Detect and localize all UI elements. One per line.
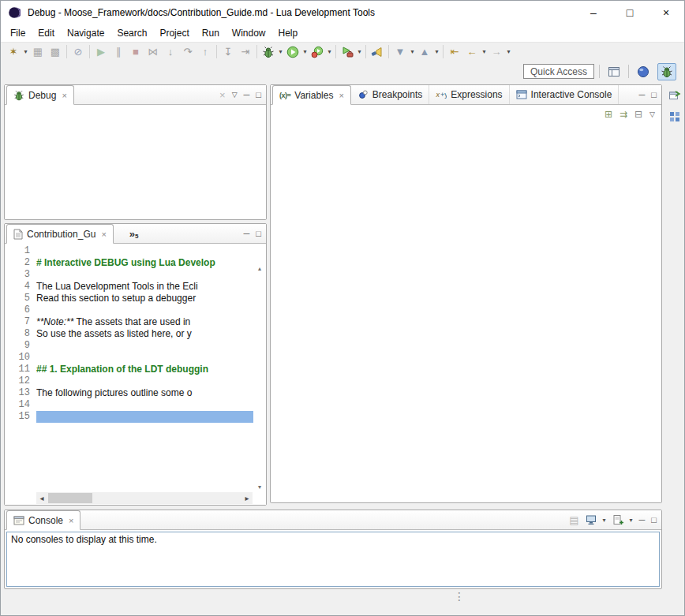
editor-lines[interactable]: 12# Interactive DEBUG using Lua Develop3… [5,245,253,491]
pin-console-icon[interactable]: ▤ [569,514,578,526]
line-number[interactable]: 4 [5,281,36,293]
editor-overflow-chevron[interactable]: »5 [125,224,144,243]
minimize-view-icon[interactable]: ─ [639,90,646,99]
scroll-right-icon[interactable]: ▸ [241,492,253,504]
editor-line[interactable]: 3 [5,269,253,281]
editor-line[interactable]: 10 [5,352,253,364]
menu-help[interactable]: Help [272,26,305,40]
maximize-view-icon[interactable]: □ [256,229,261,238]
editor-line[interactable]: 12 [5,375,253,387]
toolbar-external-tools-button[interactable] [339,43,356,61]
minimize-window-button[interactable]: – [575,1,612,24]
editor-line[interactable]: 4The Lua Development Tools in the Ecli [5,281,253,293]
close-tab-icon[interactable]: × [101,230,106,239]
minimize-view-icon[interactable]: ─ [244,90,250,99]
tab-interactive-console[interactable]: Interactive Console [510,85,619,104]
toolbar-drop-to-frame-button[interactable]: ↧ [219,43,237,61]
menu-file[interactable]: File [4,26,32,40]
maximize-view-icon[interactable]: □ [651,90,657,99]
menu-window[interactable]: Window [226,26,272,40]
scroll-down-icon[interactable]: ▾ [258,483,261,491]
toolbar-back-dropdown[interactable]: ▾ [481,48,488,55]
toolbar-terminate-button[interactable]: ■ [127,43,144,61]
collapse-all-icon[interactable]: ⊟ [634,109,642,120]
toolbar-disconnect-button[interactable]: ⋈ [144,43,162,61]
editor-line[interactable]: 8So use the assets as listed here, or y [5,328,253,340]
toolbar-debug-button[interactable] [260,43,277,61]
toolbar-forward-button[interactable]: → [488,43,505,61]
debug-perspective-button[interactable] [657,63,676,80]
view-menu-icon[interactable]: ▽ [649,110,655,118]
toolbar-back-button[interactable]: ← [463,43,481,61]
show-logical-structures-icon[interactable]: ⇉ [619,109,627,120]
view-menu-icon[interactable]: ▽ [232,91,238,99]
open-console-dropdown-icon[interactable]: ▾ [630,517,633,524]
line-number[interactable]: 14 [5,399,36,411]
editor-line[interactable]: 13The following pictures outline some o [5,387,253,399]
close-window-button[interactable]: × [648,1,684,24]
editor-vertical-scrollbar[interactable]: ▴ ▾ [254,265,265,491]
toolbar-next-annotation-dropdown[interactable]: ▾ [409,48,416,55]
open-perspective-button[interactable] [605,63,623,80]
menu-run[interactable]: Run [196,26,226,40]
tab-breakpoints[interactable]: Breakpoints [351,85,429,104]
display-console-dropdown-icon[interactable]: ▾ [603,517,606,524]
scrollbar-thumb[interactable] [48,493,92,503]
window-sash-handle[interactable]: ⋮ [454,591,465,602]
line-number[interactable]: 11 [5,364,36,375]
editor-line[interactable]: 5Read this section to setup a debugger [5,293,253,304]
toolbar-previous-annotation-button[interactable]: ▲ [416,43,433,61]
toolbar-next-annotation-button[interactable]: ▼ [391,43,409,61]
ldt-perspective-button[interactable] [634,63,653,80]
minimize-view-icon[interactable]: ─ [244,229,250,238]
restore-view-stack-button[interactable] [667,88,683,103]
maximize-window-button[interactable]: □ [612,1,648,24]
line-number[interactable]: 6 [5,304,36,316]
toolbar-step-into-button[interactable]: ↓ [162,43,179,61]
maximize-view-icon[interactable]: □ [651,515,657,525]
toolbar-forward-dropdown[interactable]: ▾ [505,48,512,55]
close-tab-icon[interactable]: × [339,91,343,100]
line-number[interactable]: 7 [5,316,36,328]
line-number[interactable]: 15 [5,411,36,423]
line-number[interactable]: 9 [5,340,36,352]
close-tab-icon[interactable]: × [62,91,66,100]
toolbar-debug-dropdown[interactable]: ▾ [277,48,284,55]
toolbar-save-all-button[interactable]: ▩ [47,43,64,61]
line-number[interactable]: 1 [5,245,36,257]
editor-line[interactable]: 7**Note:** The assets that are used in [5,316,253,328]
menu-project[interactable]: Project [153,26,195,40]
toolbar-use-step-filters-button[interactable]: ⇥ [237,43,254,61]
minimized-view-button[interactable] [667,109,683,125]
tab-console[interactable]: Console × [6,510,80,530]
toolbar-coverage-dropdown[interactable]: ▾ [326,48,333,55]
close-tab-icon[interactable]: × [69,516,73,525]
toolbar-step-return-button[interactable]: ↑ [197,43,214,61]
toolbar-run-button[interactable] [284,43,301,61]
remove-all-terminated-button[interactable]: × [219,89,226,101]
menu-edit[interactable]: Edit [32,26,61,40]
scroll-up-icon[interactable]: ▴ [258,265,261,272]
tab-contribution-guide[interactable]: Contribution_Gu × [6,224,114,244]
toolbar-new-dropdown[interactable]: ▾ [22,48,29,55]
tab-variables[interactable]: (x)= Variables × [272,85,351,105]
line-number[interactable]: 5 [5,293,36,304]
editor-line[interactable]: 14 [5,399,253,411]
toolbar-run-dropdown[interactable]: ▾ [301,48,309,55]
toolbar-skip-all-breakpoints-button[interactable]: ⊘ [69,43,87,61]
show-type-names-icon[interactable]: ⊞ [605,109,612,120]
line-number[interactable]: 10 [5,352,36,364]
line-number[interactable]: 12 [5,375,36,387]
editor-line[interactable]: 2# Interactive DEBUG using Lua Develop [5,257,253,269]
scroll-left-icon[interactable]: ◂ [36,492,47,504]
toolbar-save-button[interactable]: ▦ [29,43,47,61]
editor-line[interactable]: 9 [5,340,253,352]
editor-line[interactable]: 11## 1. Explanation of the LDT debuggin [5,364,253,375]
tab-expressions[interactable]: x+y Expressions [429,85,509,104]
editor-line[interactable]: 15 [5,411,253,423]
line-number[interactable]: 13 [5,387,36,399]
toolbar-new-button[interactable]: ✶ [5,43,22,61]
menu-navigate[interactable]: Navigate [61,26,110,40]
toolbar-last-edit-location-button[interactable]: ⇤ [446,43,463,61]
editor-horizontal-scrollbar[interactable]: ◂ ▸ [36,492,253,504]
